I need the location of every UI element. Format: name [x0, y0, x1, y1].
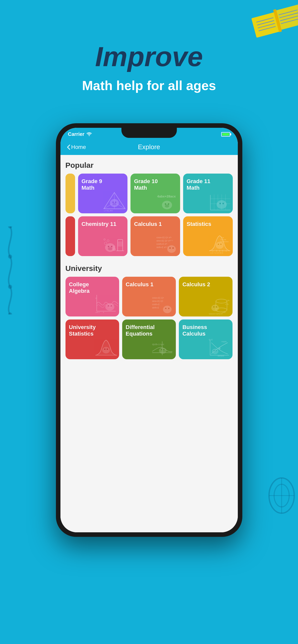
svg-point-52	[108, 247, 112, 250]
card-calculus1-uni-title: Calculus 1	[126, 281, 172, 288]
phone-notch	[121, 128, 177, 138]
svg-text:3ft: 3ft	[227, 299, 230, 302]
back-button[interactable]: Home	[67, 144, 86, 150]
card-grade11[interactable]: Grade 11Math	[183, 174, 233, 213]
svg-point-32	[165, 205, 169, 208]
card-statistics-illustration: -1 0 +1+2+3+4 The Normal Distribution	[208, 232, 232, 255]
card-business-calculus[interactable]: BusinessCalculus demand supply (p,p')	[179, 319, 233, 359]
status-right	[221, 132, 230, 137]
svg-point-24	[112, 202, 114, 203]
card-grade10[interactable]: Grade 10Math 4abx+28acx	[130, 174, 180, 213]
svg-point-30	[165, 203, 166, 205]
svg-point-31	[168, 203, 169, 205]
svg-text:Normal: Normal	[220, 239, 226, 240]
card-grade9-illustration: v=⅓Ah	[103, 190, 126, 211]
svg-text:cosh=Σ x²ⁿ: cosh=Σ x²ⁿ	[156, 243, 167, 245]
svg-point-72	[220, 244, 221, 245]
svg-point-60	[167, 245, 176, 253]
phone-mockup: Carrier	[0, 123, 298, 537]
card-chemistry11[interactable]: Chemistry 11	[78, 216, 128, 256]
card-calculus1-uni[interactable]: Calculus 1 cosx=Σ(-1)ⁿ sinx=Σ(-1)ⁿ cosh=…	[122, 277, 176, 316]
svg-point-43	[222, 203, 224, 204]
squiggle-left-decoration	[0, 226, 20, 314]
card-calculus1-uni-illustration: cosx=Σ(-1)ⁿ sinx=Σ(-1)ⁿ cosh=Σ sinh=Σ	[151, 292, 175, 315]
card-differential-equations[interactable]: DifferentialEquations dy/dt=1+y=t	[122, 319, 176, 359]
svg-text:The: The	[221, 237, 224, 238]
book-decoration	[227, 0, 298, 53]
svg-point-62	[172, 247, 174, 249]
svg-text:Volume=π(8²)h ft³: Volume=π(8²)h ft³	[209, 313, 223, 315]
svg-point-111	[163, 349, 164, 350]
popular-section-title: Popular	[65, 155, 233, 174]
card-university-statistics-title: UniversityStatistics	[69, 324, 116, 337]
svg-point-104	[104, 349, 105, 350]
svg-point-110	[161, 349, 162, 350]
svg-text:sinh=Σ: sinh=Σ	[152, 306, 159, 309]
back-chevron-icon	[67, 144, 70, 150]
svg-point-25	[115, 202, 116, 203]
svg-point-82	[108, 305, 109, 307]
card-grade9[interactable]: Grade 9Math v=⅓Ah	[78, 174, 128, 213]
svg-text:y: y	[95, 297, 96, 299]
back-label: Home	[71, 144, 86, 150]
svg-point-98	[211, 305, 219, 311]
nav-title: Explore	[138, 143, 160, 151]
svg-text:sinx=Σ(-1)ⁿ: sinx=Σ(-1)ⁿ	[152, 300, 163, 302]
svg-point-90	[168, 308, 170, 309]
card-college-algebra-title: CollegeAlgebra	[69, 281, 116, 295]
svg-point-81	[105, 303, 114, 311]
card-calculus2-illustration: 16ft 27ft 3ft Volume=π(8²)h ft³	[208, 292, 231, 315]
card-college-algebra[interactable]: CollegeAlgebra y x cos x	[65, 277, 119, 316]
card-partial-red	[65, 216, 75, 256]
svg-point-88	[163, 306, 172, 313]
card-calculus1[interactable]: Calculus 1 cosx=Σ(-1)ⁿ x²ⁿ sinx=Σ(-1)ⁿ x…	[130, 216, 180, 256]
svg-text:4abx+28acx: 4abx+28acx	[157, 194, 176, 198]
content-area: Popular Grade 9Math	[60, 155, 238, 532]
university-row-1: CollegeAlgebra y x cos x	[65, 277, 233, 316]
card-university-statistics-illustration	[94, 338, 118, 358]
card-calculus2-title: Calculus 2	[182, 281, 229, 288]
svg-point-50	[108, 246, 109, 247]
card-university-statistics[interactable]: UniversityStatistics	[65, 319, 119, 359]
card-calculus1-illustration: cosx=Σ(-1)ⁿ x²ⁿ sinx=Σ(-1)ⁿ x²ⁿ⁺¹ cosh=Σ…	[155, 232, 179, 255]
svg-point-118	[212, 349, 218, 354]
svg-point-55	[104, 239, 105, 240]
svg-point-51	[111, 246, 112, 247]
card-differential-equations-illustration: dy/dt=1+y=t	[151, 338, 175, 358]
svg-point-100	[216, 306, 217, 308]
card-grade11-illustration	[208, 190, 232, 211]
svg-text:cosh=Σ: cosh=Σ	[152, 303, 160, 306]
university-section-title: University	[65, 258, 233, 277]
card-grade11-title: Grade 11Math	[187, 178, 229, 191]
battery-icon	[221, 132, 230, 137]
carrier-label: Carrier	[68, 131, 85, 137]
svg-text:v=⅓Ah: v=⅓Ah	[104, 210, 113, 211]
card-chemistry11-illustration	[103, 232, 126, 255]
card-grade9-title: Grade 9Math	[82, 178, 124, 191]
svg-point-61	[169, 247, 171, 249]
svg-point-42	[219, 203, 221, 204]
card-statistics-title: Statistics	[187, 221, 229, 227]
hero-subtitle: Math help for all ages	[0, 78, 298, 93]
svg-text:cos x: cos x	[95, 311, 100, 313]
svg-point-120	[216, 350, 217, 351]
svg-text:cosx=Σ(-1)ⁿ x²ⁿ: cosx=Σ(-1)ⁿ x²ⁿ	[156, 236, 172, 239]
card-college-algebra-illustration: y x cos x	[94, 292, 118, 315]
svg-text:demand: demand	[218, 355, 224, 357]
card-calculus2[interactable]: Calculus 2 16ft 27ft 3ft	[179, 277, 233, 316]
svg-point-70	[216, 242, 224, 249]
popular-row-2: Chemistry 11	[65, 216, 233, 256]
status-left: Carrier	[68, 131, 92, 137]
svg-point-99	[213, 306, 215, 308]
svg-point-13	[8, 285, 12, 289]
svg-point-53	[104, 242, 107, 245]
svg-text:sinx=Σ(-1)ⁿ x²ⁿ⁺¹: sinx=Σ(-1)ⁿ x²ⁿ⁺¹	[156, 239, 173, 242]
phone-frame: Carrier	[56, 123, 242, 537]
navigation-bar: Home Explore	[60, 139, 238, 155]
card-grade10-title: Grade 10Math	[134, 178, 177, 191]
svg-point-54	[107, 240, 109, 242]
svg-point-116	[218, 347, 220, 349]
card-chemistry11-title: Chemistry 11	[82, 221, 124, 227]
card-business-calculus-title: BusinessCalculus	[182, 324, 229, 337]
card-statistics[interactable]: Statistics	[183, 216, 233, 256]
